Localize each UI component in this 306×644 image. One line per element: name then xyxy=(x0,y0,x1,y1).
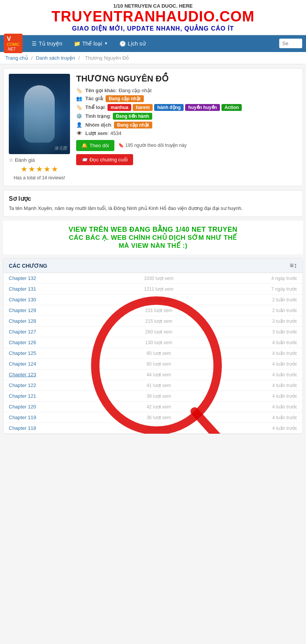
chapter-views: 35 lượt xem xyxy=(59,426,259,431)
chapter-name[interactable]: Chapter 120 xyxy=(9,404,59,410)
star-3[interactable]: ★ xyxy=(36,164,43,174)
follow-button[interactable]: 🔔 Theo dõi xyxy=(76,140,114,151)
comic-title: THƯƠNG NGUYÊN ĐỒ xyxy=(76,74,297,84)
chapter-views: 60 lượt xem xyxy=(59,351,259,356)
chapter-name[interactable]: Chapter 122 xyxy=(9,382,59,388)
genre-label: Thể loại: xyxy=(85,104,106,110)
chapter-views: 231 lượt xem xyxy=(59,308,259,313)
chapter-views: 1211 lượt xem xyxy=(59,286,259,292)
chapter-time: 4 tuần trước xyxy=(259,351,297,356)
group-label: Nhóm dịch: xyxy=(85,122,112,128)
chapter-name[interactable]: Chapter 129 xyxy=(9,307,59,313)
chapters-list[interactable]: Chapter 1321030 lượt xem4 ngày trướcChap… xyxy=(3,273,303,434)
chapter-row: Chapter 12241 lượt xem4 tuần trước xyxy=(3,380,303,391)
star-5[interactable]: ★ xyxy=(51,164,58,174)
chapter-name[interactable]: Chapter 131 xyxy=(9,286,59,292)
rating-label: ☆ Đánh giá xyxy=(9,157,70,163)
breadcrumb-sep1: / xyxy=(31,55,34,61)
chapter-name[interactable]: Chapter 124 xyxy=(9,361,59,367)
chapter-name[interactable]: Chapter 128 xyxy=(9,318,59,324)
bell-icon: 🔔 xyxy=(81,143,88,148)
comic-info: 洛元图 ☆ Đánh giá ★ ★ ★ ★ ★ Has a total of … xyxy=(3,68,303,186)
summary-text: Ta tên Mạnh Xuyên, năm nay mười lăm tuổi… xyxy=(9,205,297,212)
chapter-name[interactable]: Chapter 132 xyxy=(9,275,59,281)
genre-action[interactable]: Action xyxy=(221,104,242,111)
alt-name-value: Đang cập nhật xyxy=(119,88,151,93)
nav-the-loai[interactable]: 📁 Thể loại ▼ xyxy=(69,38,112,49)
chapter-row: Chapter 12560 lượt xem4 tuần trước xyxy=(3,348,303,359)
chapter-views: 301 lượt xem xyxy=(59,297,259,302)
chapter-name[interactable]: Chapter 126 xyxy=(9,340,59,345)
chapter-name[interactable]: Chapter 118 xyxy=(9,425,59,431)
banner-top: 1/10 NETRUYEN CA DUOC. HERE xyxy=(2,3,304,9)
summary-section: Sơ lược Ta tên Mạnh Xuyên, năm nay mười … xyxy=(3,190,303,217)
chapter-time: 7 ngày trước xyxy=(259,286,297,292)
chapter-row: Chapter 1311211 lượt xem7 ngày trước xyxy=(3,284,303,294)
chapter-row: Chapter 130301 lượt xem2 tuần trước xyxy=(3,294,303,305)
chapter-time: 4 tuần trước xyxy=(259,426,297,431)
comic-cover: 洛元图 ☆ Đánh giá ★ ★ ★ ★ ★ Has a total of … xyxy=(9,74,70,181)
chapter-row: Chapter 127260 lượt xem3 tuần trước xyxy=(3,327,303,337)
chapter-views: 42 lượt xem xyxy=(59,404,259,410)
read-last-chapter-button[interactable]: 📨 Đọc chương cuối xyxy=(76,154,133,165)
star-2[interactable]: ★ xyxy=(28,164,35,174)
star-rating[interactable]: ★ ★ ★ ★ ★ xyxy=(9,164,70,174)
overlay-line2: CÁC BÁC Ạ. WEB CHÍNH CHỦ DỊCH SỚM NHƯ TH… xyxy=(8,234,298,242)
author-badge[interactable]: Đang cập nhật xyxy=(106,95,143,102)
star-4[interactable]: ★ xyxy=(44,164,50,174)
views-icon: 👁️ xyxy=(76,130,82,136)
genre-huyen-huyen[interactable]: huyền huyền xyxy=(185,104,220,111)
comic-details: THƯƠNG NGUYÊN ĐỒ 🏷️ Tên gọi khác: Đang c… xyxy=(76,74,297,181)
chapter-time: 4 ngày trước xyxy=(259,276,297,281)
review-count: Has a total of 14 reviews! xyxy=(9,175,70,181)
folder-icon: 📁 xyxy=(74,41,80,47)
star-outline-icon: ☆ xyxy=(9,157,13,163)
chapter-name[interactable]: Chapter 119 xyxy=(9,415,59,420)
chapter-name[interactable]: Chapter 130 xyxy=(9,297,59,302)
chapter-time: 2 tuần trước xyxy=(259,308,297,313)
chapter-row: Chapter 11936 lượt xem4 tuần trước xyxy=(3,412,303,423)
status-label: Tình trạng: xyxy=(85,113,111,119)
chapter-row: Chapter 11835 lượt xem4 tuần trước xyxy=(3,423,303,434)
rating-section: ☆ Đánh giá ★ ★ ★ ★ ★ Has a total of 14 r… xyxy=(9,157,70,181)
chapters-section: CÁC CHƯƠNG ≡↕ Chapter 1321030 lượt xem4 … xyxy=(3,258,303,434)
breadcrumb-home[interactable]: Trang chủ xyxy=(5,55,28,61)
chevron-down-icon: ▼ xyxy=(104,41,108,46)
chapter-row: Chapter 12139 lượt xem4 tuần trước xyxy=(3,391,303,402)
chapter-time: 2 tuần trước xyxy=(259,297,297,302)
star-1[interactable]: ★ xyxy=(21,164,28,174)
sort-icon[interactable]: ≡↕ xyxy=(290,262,297,270)
chapters-header: CÁC CHƯƠNG ≡↕ xyxy=(3,259,303,273)
site-logo[interactable]: VCOMIC .NET xyxy=(4,34,23,53)
chapter-views: 215 lượt xem xyxy=(59,319,259,324)
chapter-time: 3 tuần trước xyxy=(259,319,297,324)
chapter-row: Chapter 129231 lượt xem2 tuần trước xyxy=(3,305,303,316)
chapter-time: 4 tuần trước xyxy=(259,340,297,345)
breadcrumb-list[interactable]: Danh sách truyện xyxy=(36,55,75,61)
chapter-row: Chapter 12344 lượt xem4 tuần trước xyxy=(3,369,303,380)
menu-icon: ☰ xyxy=(32,41,37,47)
search-input[interactable] xyxy=(279,39,302,48)
alt-name-label: Tên gọi khác: xyxy=(85,88,117,93)
chapter-views: 60 lượt xem xyxy=(59,361,259,367)
chapter-time: 3 tuần trước xyxy=(259,329,297,335)
nav-tu-truyen[interactable]: ☰ Tủ truyện xyxy=(27,38,67,49)
genre-manhua[interactable]: manhua xyxy=(107,104,131,111)
author-label: Tác giả: xyxy=(85,96,104,101)
send-icon: 📨 xyxy=(81,157,88,163)
chapter-name[interactable]: Chapter 123 xyxy=(9,372,59,377)
chapter-views: 130 lượt xem xyxy=(59,340,259,345)
chapter-time: 4 tuần trước xyxy=(259,394,297,399)
chapter-name[interactable]: Chapter 121 xyxy=(9,393,59,399)
status-badge: Đang tiến hành xyxy=(113,113,152,120)
chapter-time: 4 tuần trước xyxy=(259,372,297,377)
nav-the-loai-label: Thể loại xyxy=(82,41,102,47)
nav-lich-su[interactable]: 🕑 Lịch sử xyxy=(115,38,150,49)
views-label: Lượt xem: xyxy=(85,130,109,136)
chapter-name[interactable]: Chapter 127 xyxy=(9,329,59,335)
genre-harem[interactable]: harem xyxy=(133,104,153,111)
navbar: VCOMIC .NET ☰ Tủ truyện 📁 Thể loại ▼ 🕑 L… xyxy=(0,35,306,52)
genre-hanh-dong[interactable]: hành động xyxy=(154,104,184,111)
breadcrumb: Trang chủ / Danh sách truyện / Thương Ng… xyxy=(0,52,306,64)
chapter-name[interactable]: Chapter 125 xyxy=(9,350,59,356)
